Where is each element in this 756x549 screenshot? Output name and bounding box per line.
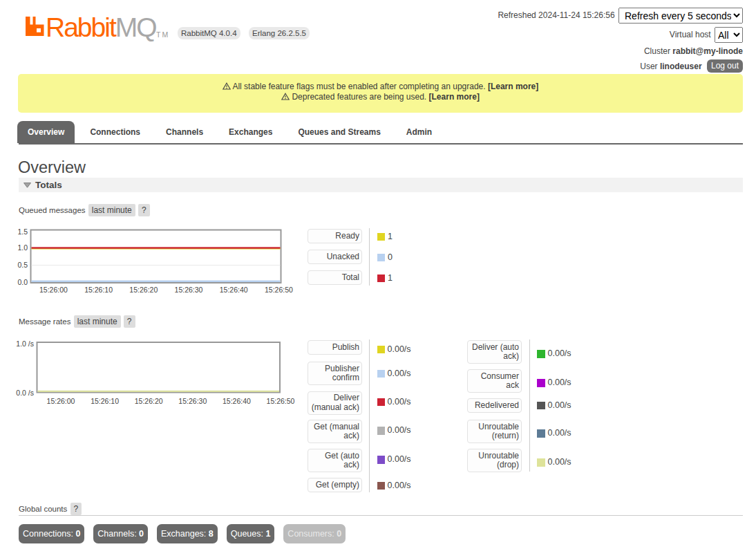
svg-text:0.0 /s: 0.0 /s bbox=[16, 389, 34, 397]
svg-text:15:26:50: 15:26:50 bbox=[265, 286, 293, 294]
svg-text:15:26:50: 15:26:50 bbox=[267, 397, 295, 405]
svg-text:15:26:20: 15:26:20 bbox=[129, 286, 158, 294]
svg-text:15:26:00: 15:26:00 bbox=[39, 286, 68, 294]
svg-text:1.5: 1.5 bbox=[17, 227, 28, 236]
svg-text:15:26:10: 15:26:10 bbox=[91, 397, 119, 405]
svg-text:15:26:40: 15:26:40 bbox=[223, 397, 251, 405]
svg-text:15:26:30: 15:26:30 bbox=[175, 286, 203, 294]
svg-text:15:26:10: 15:26:10 bbox=[84, 286, 113, 294]
svg-text:0.0: 0.0 bbox=[17, 278, 28, 286]
svg-text:0.5: 0.5 bbox=[17, 261, 28, 269]
svg-text:1.0: 1.0 bbox=[17, 243, 28, 252]
svg-text:15:26:00: 15:26:00 bbox=[47, 397, 75, 405]
svg-text:15:26:20: 15:26:20 bbox=[135, 397, 163, 405]
svg-text:15:26:30: 15:26:30 bbox=[178, 397, 207, 405]
svg-text:15:26:40: 15:26:40 bbox=[220, 286, 248, 294]
svg-text:1.0 /s: 1.0 /s bbox=[16, 339, 34, 348]
